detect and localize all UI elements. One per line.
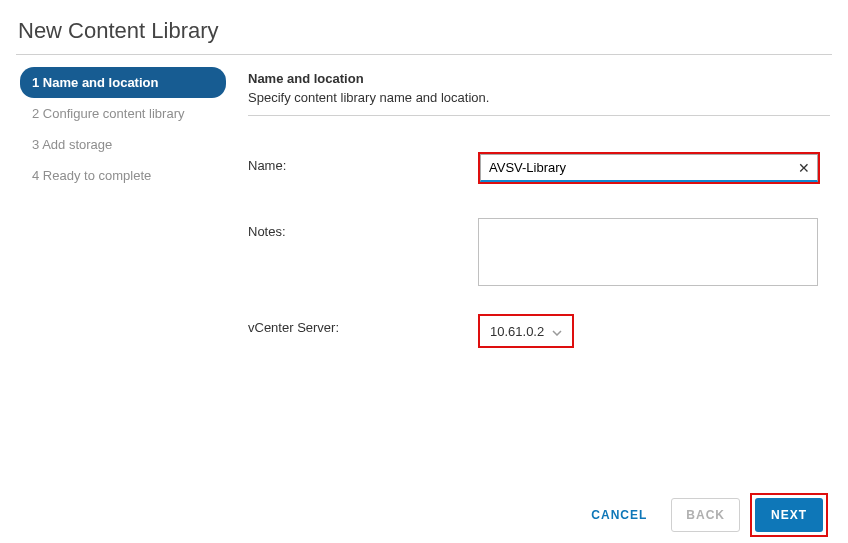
step-number: 4 [32,168,39,183]
clear-icon[interactable]: ✕ [798,160,810,176]
step-add-storage[interactable]: 3 Add storage [20,129,226,160]
notes-label: Notes: [248,218,478,239]
step-ready-to-complete[interactable]: 4 Ready to complete [20,160,226,191]
chevron-down-icon [552,322,562,340]
dialog-body: 1 Name and location 2 Configure content … [16,55,832,485]
row-name: Name: ✕ [248,152,830,184]
dialog-footer: CANCEL BACK NEXT [16,485,832,537]
row-vcenter-server: vCenter Server: 10.61.0.2 [248,314,830,348]
step-label: Add storage [42,137,112,152]
dialog-title: New Content Library [16,12,832,55]
step-label: Configure content library [43,106,185,121]
step-label: Name and location [43,75,159,90]
step-number: 3 [32,137,39,152]
wizard-sidebar: 1 Name and location 2 Configure content … [16,55,226,485]
back-button: BACK [671,498,740,532]
name-label: Name: [248,152,478,173]
section-subtitle: Specify content library name and locatio… [248,86,830,116]
section-title: Name and location [248,71,830,86]
step-number: 2 [32,106,39,121]
vcenter-server-label: vCenter Server: [248,314,478,335]
vcenter-server-dropdown[interactable]: 10.61.0.2 [478,314,574,348]
row-notes: Notes: [248,218,830,286]
name-input[interactable] [480,154,818,182]
new-content-library-dialog: New Content Library 1 Name and location … [0,0,848,543]
next-button[interactable]: NEXT [755,498,823,532]
step-label: Ready to complete [43,168,151,183]
cancel-button[interactable]: CANCEL [577,499,661,531]
step-name-and-location[interactable]: 1 Name and location [20,67,226,98]
step-number: 1 [32,75,39,90]
vcenter-server-value: 10.61.0.2 [490,324,544,339]
notes-textarea[interactable] [478,218,818,286]
name-input-highlight: ✕ [478,152,820,184]
next-button-highlight: NEXT [750,493,828,537]
step-configure-content-library[interactable]: 2 Configure content library [20,98,226,129]
form-area: Name and location Specify content librar… [226,55,832,485]
